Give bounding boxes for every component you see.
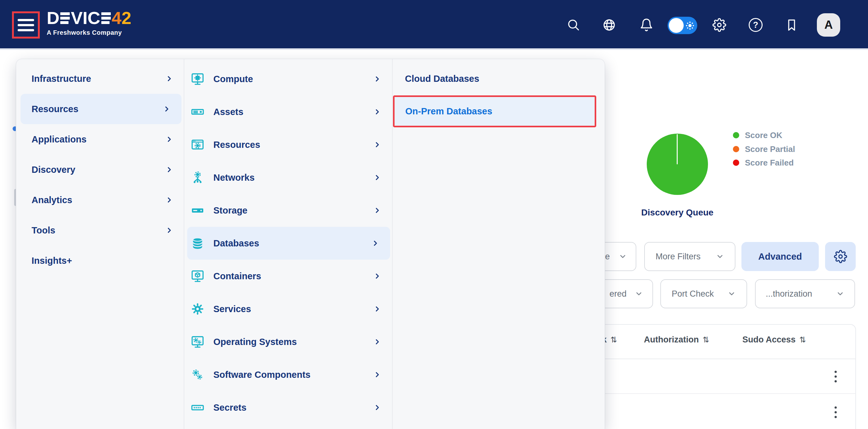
filter-settings-button[interactable]: [825, 242, 856, 271]
menu-item-infrastructure[interactable]: Infrastructure: [16, 63, 184, 94]
theme-toggle[interactable]: [668, 17, 697, 34]
more-filters-dropdown[interactable]: More Filters: [644, 242, 736, 271]
device42-logo: D VIC 4 2 A Freshworks Company: [47, 8, 131, 36]
menu-item-label: Resources: [32, 104, 78, 114]
menu-item-label: Compute: [213, 74, 253, 84]
logo-text: VIC: [71, 9, 100, 27]
legend-dot-orange: [733, 146, 739, 152]
filter-label: e: [605, 252, 610, 262]
menu-item-storage[interactable]: Storage: [184, 194, 392, 227]
row-actions-kebab-icon[interactable]: [833, 405, 838, 419]
legend-item-score-ok: Score OK: [733, 131, 782, 140]
menu-item-label: Services: [213, 304, 251, 314]
menu-item-analytics[interactable]: Analytics: [16, 185, 184, 215]
bookmark-icon[interactable]: [785, 18, 799, 32]
menu-item-secrets[interactable]: Secrets: [184, 391, 392, 424]
button-label: Advanced: [758, 252, 802, 262]
menu-item-label: Assets: [213, 107, 243, 117]
assets-server-icon: [190, 105, 205, 119]
menu-item-services[interactable]: Services: [184, 292, 392, 325]
chevron-down-icon: [836, 290, 844, 298]
filter-label: ered: [610, 289, 626, 299]
chevron-right-icon: [374, 338, 381, 345]
search-icon[interactable]: [566, 18, 581, 32]
menu-item-label: Software Components: [213, 370, 311, 380]
chevron-right-icon: [374, 108, 381, 115]
logo-2: 2: [122, 9, 131, 27]
row-actions-kebab-icon[interactable]: [833, 370, 838, 384]
menu-item-compute[interactable]: Compute: [184, 62, 392, 95]
menu-item-assets[interactable]: Assets: [184, 95, 392, 128]
sort-icon[interactable]: ⇅: [703, 335, 709, 344]
menu-item-label: Secrets: [213, 402, 247, 413]
menu-item-discovery[interactable]: Discovery: [16, 154, 184, 185]
globe-icon[interactable]: [602, 18, 616, 32]
chevron-right-icon: [374, 371, 381, 378]
chevron-right-icon: [166, 136, 173, 143]
column-header-authorization[interactable]: Authorization ⇅: [644, 335, 709, 345]
device42-app: Score OK Score Partial Score Failed Disc…: [0, 0, 868, 429]
chevron-right-icon: [166, 197, 173, 203]
menu-item-label: Containers: [213, 271, 261, 282]
gear-solid-icon: [190, 302, 205, 316]
avatar-letter: A: [825, 18, 833, 32]
toggle-knob: [669, 18, 684, 33]
menu-item-resources-l2[interactable]: Resources: [184, 128, 392, 161]
menu-item-resources[interactable]: Resources: [21, 94, 182, 124]
menu-item-operating-systems[interactable]: Operating Systems: [184, 325, 392, 358]
user-avatar[interactable]: A: [817, 13, 840, 37]
menu-item-on-prem-databases[interactable]: On-Prem Databases: [393, 95, 596, 127]
menu-item-cloud-databases[interactable]: Cloud Databases: [392, 63, 598, 94]
chevron-right-icon: [374, 174, 381, 181]
menu-level1-column: Infrastructure Resources Applications Di…: [16, 63, 184, 276]
legend-label: Score Failed: [745, 158, 794, 168]
sun-icon: [685, 21, 695, 30]
menu-item-networks[interactable]: Networks: [184, 161, 392, 194]
column-label: Authorization: [644, 335, 699, 345]
menu-item-software-components[interactable]: Software Components: [184, 358, 392, 391]
menu-item-applications[interactable]: Applications: [16, 124, 184, 154]
menu-item-databases[interactable]: Databases: [187, 227, 390, 260]
column-header-sudo-access[interactable]: Sudo Access ⇅: [742, 335, 806, 345]
settings-gear-icon[interactable]: [712, 18, 726, 32]
legend-label: Score OK: [745, 131, 782, 140]
chart-title: Discovery Queue: [630, 207, 725, 218]
logo-tagline: A Freshworks Company: [47, 29, 131, 36]
menu-item-label: Discovery: [32, 165, 75, 175]
menu-item-label: Cloud Databases: [405, 74, 479, 84]
help-icon[interactable]: ?: [749, 18, 763, 32]
column-label: Sudo Access: [742, 335, 796, 345]
logo-4: 4: [112, 9, 122, 27]
port-check-dropdown[interactable]: Port Check: [660, 279, 747, 308]
bell-icon[interactable]: [640, 18, 653, 32]
mega-menu-panel: Infrastructure Resources Applications Di…: [16, 59, 605, 429]
authorization-dropdown[interactable]: ...thorization: [755, 279, 855, 308]
gear-icon: [834, 250, 847, 263]
advanced-filters-button[interactable]: Advanced: [741, 242, 819, 271]
chevron-right-icon: [374, 76, 381, 82]
chevron-right-icon: [372, 240, 379, 247]
menu-item-insights-plus[interactable]: Insights+: [16, 246, 184, 276]
chevron-down-icon: [619, 252, 627, 261]
menu-item-tools[interactable]: Tools: [16, 215, 184, 246]
chevron-down-icon: [635, 290, 643, 298]
sort-icon[interactable]: ⇅: [611, 335, 617, 344]
chevron-down-icon: [727, 290, 736, 298]
sort-icon[interactable]: ⇅: [800, 335, 806, 344]
hamburger-menu-button[interactable]: [12, 11, 40, 38]
menu-item-label: Networks: [213, 172, 255, 183]
chevron-right-icon: [166, 166, 173, 173]
network-nodes-icon: [190, 170, 205, 185]
database-cylinder-icon: [190, 236, 205, 251]
chevron-right-icon: [374, 404, 381, 411]
filter-label: More Filters: [656, 252, 701, 262]
legend-item-score-failed: Score Failed: [733, 158, 794, 167]
menu-item-containers[interactable]: Containers: [184, 260, 392, 292]
top-navigation-bar: D VIC 4 2 A Freshworks Company: [0, 0, 868, 50]
storage-drive-icon: [190, 203, 205, 218]
menu-item-label: Insights+: [32, 256, 72, 266]
secrets-password-icon: [190, 400, 205, 415]
menu-level2-column: Compute Assets: [184, 62, 392, 424]
menu-level3-column: Cloud Databases On-Prem Databases: [392, 59, 605, 429]
menu-item-label: Storage: [213, 205, 247, 216]
